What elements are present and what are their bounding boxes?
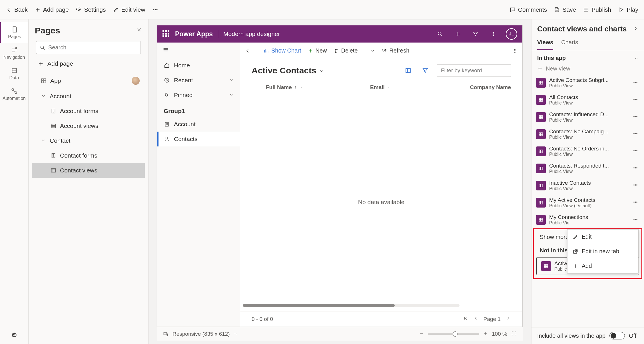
cmd-split-dropdown[interactable] (370, 49, 375, 53)
view-item[interactable]: Contacts: Responded t... Public View (531, 160, 644, 177)
pager-prev[interactable] (473, 316, 478, 322)
rail-automation[interactable]: Automation (0, 84, 28, 104)
slider-knob[interactable] (453, 331, 458, 337)
view-item-more[interactable] (631, 78, 639, 87)
play-button[interactable]: Play (618, 6, 638, 13)
horizontal-scrollbar[interactable] (243, 304, 460, 307)
rail-pages[interactable]: Pages (0, 22, 28, 43)
view-item[interactable]: My Connections Public Vie (531, 211, 644, 228)
tree-account[interactable]: Account (32, 89, 145, 104)
tree-account-views[interactable]: Account views (32, 118, 145, 133)
responsive-label[interactable]: Responsive (835 x 612) (172, 331, 230, 337)
cmd-new[interactable]: New (308, 47, 327, 54)
filter-keyword-input[interactable] (437, 64, 511, 77)
chevron-up-icon[interactable] (634, 56, 638, 60)
rail-data[interactable]: Data (0, 63, 28, 84)
pages-add-page[interactable]: Add page (32, 56, 145, 72)
header-add-button[interactable] (453, 29, 463, 39)
sidebar-toggle[interactable] (157, 43, 240, 58)
new-view-button[interactable]: New view (531, 63, 644, 74)
include-all-toggle[interactable] (609, 332, 625, 339)
tab-views[interactable]: Views (537, 37, 553, 50)
tab-charts[interactable]: Charts (561, 37, 578, 50)
view-item[interactable]: Inactive Contacts Public View (531, 177, 644, 194)
view-item[interactable]: Contacts: Influenced D... Public View (531, 108, 644, 126)
header-filter-button[interactable] (470, 29, 481, 39)
edit-view-button[interactable]: Edit view (113, 6, 145, 13)
nav-account[interactable]: Account (157, 117, 240, 132)
view-header: Active Contacts (240, 59, 522, 82)
view-item[interactable]: Contacts: No Campaig... Public View (531, 126, 644, 143)
cmd-show-chart[interactable]: Show Chart (263, 47, 301, 54)
view-item-more[interactable] (631, 198, 639, 207)
header-more-button[interactable] (488, 29, 498, 39)
publish-button[interactable]: Publish (583, 6, 611, 13)
nav-home[interactable]: Home (157, 58, 240, 73)
pages-search-input[interactable] (48, 44, 137, 51)
pager-next[interactable] (506, 316, 511, 322)
top-toolbar: Back Add page Settings Edit view Comment… (0, 0, 644, 19)
back-button[interactable]: Back (6, 6, 28, 13)
svg-point-51 (634, 150, 635, 151)
view-item[interactable]: Contacts: No Orders in... Public View (531, 143, 644, 160)
tree-contact-forms[interactable]: Contact forms (32, 148, 145, 163)
scrollbar-thumb[interactable] (243, 304, 395, 307)
close-pages-button[interactable] (136, 27, 142, 34)
waffle-icon[interactable] (162, 30, 170, 38)
zoom-slider[interactable] (428, 333, 479, 335)
filter-button[interactable] (420, 65, 431, 76)
nav-group-label: Group1 (157, 102, 240, 117)
tree-account-forms[interactable]: Account forms (32, 104, 145, 118)
view-item-more[interactable] (631, 130, 639, 139)
menu-add[interactable]: Add (567, 259, 638, 273)
view-item-more[interactable] (631, 215, 639, 224)
cmd-refresh[interactable]: Refresh (381, 47, 409, 54)
more-horizontal-icon (633, 79, 638, 85)
rail-virtual-agent[interactable] (0, 327, 28, 344)
view-item[interactable]: My Active Contacts Public View (Default) (531, 194, 644, 211)
svg-rect-20 (51, 169, 56, 172)
view-item[interactable]: Active Contacts Subgri... Public View (531, 74, 644, 91)
view-name[interactable]: Active Contacts (252, 66, 324, 75)
pages-search[interactable] (36, 41, 141, 54)
col-fullname[interactable]: Full Name (252, 84, 370, 90)
zoom-in[interactable] (483, 331, 488, 337)
add-page-button[interactable]: Add page (35, 6, 69, 13)
rail-navigation[interactable]: Navigation (0, 43, 28, 63)
settings-button[interactable]: Settings (76, 6, 106, 13)
col-company[interactable]: Company Name (433, 84, 511, 90)
more-horizontal-icon (633, 131, 638, 136)
svg-rect-50 (539, 150, 543, 153)
cmd-more[interactable] (512, 48, 518, 54)
edit-columns-button[interactable] (402, 65, 414, 76)
menu-edit-new-tab[interactable]: Edit in new tab (567, 244, 638, 259)
col-email[interactable]: Email (370, 84, 433, 90)
view-item-more[interactable] (631, 95, 639, 104)
comments-button[interactable]: Comments (509, 6, 547, 13)
header-search-button[interactable] (435, 29, 445, 39)
fit-to-screen[interactable] (511, 330, 517, 337)
tree-contact[interactable]: Contact (32, 133, 145, 148)
view-item[interactable]: All Contacts Public View (531, 91, 644, 108)
cmd-delete[interactable]: Delete (333, 47, 358, 54)
cmd-back[interactable] (245, 48, 250, 54)
more-button[interactable] (152, 7, 159, 13)
nav-pinned[interactable]: Pinned (157, 88, 240, 102)
rp-expand[interactable] (633, 26, 638, 32)
user-avatar[interactable]: JL (506, 28, 517, 40)
view-item-more[interactable] (631, 164, 639, 173)
zoom-out[interactable] (419, 331, 424, 337)
view-item-more[interactable] (631, 181, 639, 190)
view-item-more[interactable] (631, 147, 639, 156)
tree-contact-views[interactable]: Contact views (32, 163, 145, 178)
nav-recent[interactable]: Recent (157, 73, 240, 88)
save-button[interactable]: Save (554, 6, 576, 13)
nav-contacts[interactable]: Contacts (157, 132, 240, 146)
pages-tree: App Account Account forms Account views … (32, 72, 145, 179)
tree-app[interactable]: App (32, 73, 145, 89)
pager-first[interactable] (463, 316, 468, 322)
menu-edit[interactable]: Edit (567, 230, 638, 244)
funnel-icon (422, 67, 429, 74)
more-vertical-icon (512, 48, 518, 54)
view-item-more[interactable] (631, 112, 639, 122)
